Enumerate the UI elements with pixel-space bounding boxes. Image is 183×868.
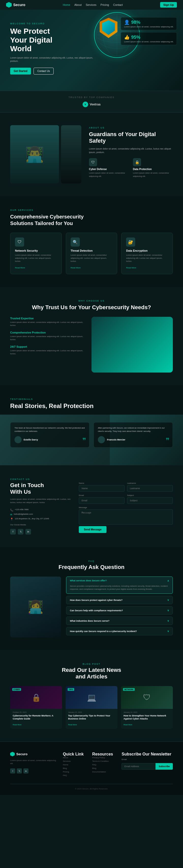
get-started-button[interactable]: Get Started bbox=[10, 68, 31, 74]
name-input[interactable] bbox=[79, 485, 125, 492]
faq-item-0[interactable]: What services does Securo offer? ∧ Secur… bbox=[66, 577, 173, 594]
nav-link-services[interactable]: Services bbox=[86, 3, 96, 6]
faq-item-4[interactable]: How quickly can Securo respond to a cybe… bbox=[66, 627, 173, 636]
blog-tag: BLOG POST bbox=[10, 663, 173, 665]
service-card-encryption[interactable]: 🔐 Data Encryption Lorem ipsum dolor sit … bbox=[121, 232, 173, 274]
nav-link-contact[interactable]: Contact bbox=[113, 3, 123, 6]
email-field: Email bbox=[79, 494, 125, 504]
faq-question-0[interactable]: What services does Securo offer? ∧ bbox=[66, 577, 173, 585]
trusted-logo-veetraa: V Veetraa bbox=[83, 102, 101, 107]
faq-item-2[interactable]: Can Securo help with compliance requirem… bbox=[66, 606, 173, 615]
footer-link-pricing[interactable]: Pricing bbox=[63, 771, 86, 773]
twitter-icon[interactable]: 𝕏 bbox=[18, 529, 23, 534]
testimonials-section: TESTIMONIALS Real Stories, Real Protecti… bbox=[0, 385, 183, 465]
logo-text: Securo bbox=[13, 3, 25, 7]
faq-question-2[interactable]: Can Securo help with compliance requirem… bbox=[66, 607, 173, 614]
footer-resource-faq[interactable]: FAQ bbox=[92, 764, 116, 766]
trust-point-expertise: Trusted Expertise Lorem ipsum dolor sit … bbox=[10, 317, 86, 327]
newsletter-email-input[interactable] bbox=[122, 763, 156, 770]
contact-address: 📍 123 Anywhere St., Any City, ST 12345 bbox=[10, 518, 71, 521]
service-threat-link[interactable]: Read More bbox=[71, 267, 81, 269]
footer-logo-icon bbox=[10, 752, 15, 756]
footer-resource-docs[interactable]: Documentation bbox=[92, 771, 116, 773]
contact-tag: CONTACT US bbox=[10, 478, 173, 480]
person-silhouette: 👨‍💻 bbox=[10, 125, 59, 184]
service-card-network[interactable]: 🛡 Network Security Lorem ipsum dolor sit… bbox=[10, 232, 62, 274]
newsletter-subscribe-button[interactable]: Subscribe bbox=[156, 763, 173, 770]
faq-chevron-4: ∨ bbox=[167, 630, 169, 632]
footer-link-blog[interactable]: Blog bbox=[63, 767, 86, 769]
blog-link-2[interactable]: Read More bbox=[124, 724, 132, 725]
service-threat-title: Threat Detection bbox=[71, 249, 112, 252]
testimonials-headline: Real Stories, Real Protection bbox=[10, 402, 173, 409]
nav-link-about[interactable]: About bbox=[74, 3, 82, 6]
faq-question-4[interactable]: How quickly can Securo respond to a cybe… bbox=[66, 627, 173, 635]
footer-resource-blog[interactable]: Blog bbox=[92, 767, 116, 769]
service-encryption-title: Data Encryption bbox=[126, 249, 168, 252]
footer-resource-terms[interactable]: Terms & Condition bbox=[92, 760, 116, 762]
why-trust-tag: WHY CHOOSE US bbox=[10, 300, 173, 302]
service-network-link[interactable]: Read More bbox=[15, 267, 25, 269]
social-links: f 𝕏 in bbox=[10, 529, 71, 534]
linkedin-icon[interactable]: in bbox=[25, 529, 31, 534]
data-encryption-icon: 🔐 bbox=[126, 238, 135, 247]
message-input[interactable] bbox=[79, 509, 173, 525]
faq-item-3[interactable]: What industries does Securo serve? ∨ bbox=[66, 617, 173, 625]
cyber-defense-icon: 🛡 bbox=[89, 158, 97, 166]
subject-input[interactable] bbox=[127, 497, 173, 504]
signup-button[interactable]: Sign Up bbox=[160, 2, 177, 8]
footer-link-faq[interactable]: FAQ bbox=[63, 774, 86, 776]
email-input[interactable] bbox=[79, 497, 125, 504]
hero-buttons: Get Started Contact Us bbox=[10, 68, 100, 74]
blog-date-0: October 25, 2023 bbox=[13, 711, 59, 713]
quote-mark-1: ❞ bbox=[82, 436, 86, 445]
stat1-number: 98% bbox=[131, 20, 140, 25]
service-card-threat[interactable]: 🔍 Threat Detection Lorem ipsum dolor sit… bbox=[66, 232, 117, 274]
footer-newsletter: Subscribe Our Newsletter Email Subscribe bbox=[122, 752, 173, 778]
about-headline: Guardians of Your Digital Safety bbox=[89, 131, 173, 145]
footer-description: Lorem ipsum dolor sit amet, consectetur … bbox=[10, 759, 57, 766]
send-message-button[interactable]: Send Message bbox=[79, 526, 106, 533]
hero-section: WELCOME TO SECURO We Protect Your Digita… bbox=[0, 10, 183, 91]
about-section: 👨‍💻 ABOUT US Guardians of Your Digital S… bbox=[0, 113, 183, 196]
quote-mark-2: ❞ bbox=[166, 436, 169, 445]
trusted-label: TRUSTED BY TOP COMPANIES bbox=[10, 96, 173, 99]
faq-question-text-3: What industries does Securo serve? bbox=[70, 620, 109, 622]
trust-protection-desc: Lorem ipsum dolor sit amet, consectetur … bbox=[10, 335, 86, 341]
blog-card-0[interactable]: CYBER 🔒 October 25, 2023 Cybersecurity f… bbox=[10, 686, 62, 728]
veetraa-logo-icon: V bbox=[83, 102, 88, 107]
footer-facebook-icon[interactable]: f bbox=[10, 768, 15, 773]
footer-link-about[interactable]: About bbox=[63, 756, 86, 759]
nav-link-pricing[interactable]: Pricing bbox=[100, 3, 109, 6]
feature-cyber-defense: 🛡 Cyber Defense Lorem ipsum dolor sit am… bbox=[89, 158, 129, 182]
footer-twitter-icon[interactable]: 𝕏 bbox=[17, 768, 22, 773]
footer-resource-privacy[interactable]: Privacy Policy bbox=[92, 756, 116, 759]
lastname-input[interactable] bbox=[127, 485, 173, 492]
nav-link-home[interactable]: Home bbox=[63, 3, 70, 6]
faq-chevron-3: ∨ bbox=[167, 619, 169, 622]
footer-link-services[interactable]: Services bbox=[63, 760, 86, 762]
blog-link-0[interactable]: Read More bbox=[13, 724, 22, 725]
hero-description: Lorem ipsum dolor sit amet, consectetur … bbox=[10, 56, 100, 63]
blog-card-1[interactable]: TIPS 💻 January 10, 2023 Top Cybersecurit… bbox=[66, 686, 117, 728]
service-encryption-link[interactable]: Read More bbox=[126, 267, 136, 269]
hero-welcome-tag: WELCOME TO SECURO bbox=[10, 22, 100, 25]
blog-link-1[interactable]: Read More bbox=[68, 724, 77, 725]
testimonial-1: The team at Securo transformed our netwo… bbox=[10, 422, 89, 447]
footer-brand: Securo Lorem ipsum dolor sit amet, conse… bbox=[10, 752, 57, 778]
contact-description: Lorem ipsum dolor sit amet, consectetur … bbox=[10, 498, 71, 504]
lastname-label: Lastname bbox=[127, 482, 173, 484]
testimonial-2-text: After partnering with Securo, we noticed… bbox=[98, 427, 168, 433]
facebook-icon[interactable]: f bbox=[10, 529, 16, 534]
footer-link-home[interactable]: Home bbox=[63, 764, 86, 766]
faq-question-3[interactable]: What industries does Securo serve? ∨ bbox=[66, 617, 173, 625]
blog-card-2[interactable]: NETWORK 🛡 January 10, 2023 How to Streng… bbox=[121, 686, 173, 728]
why-trust-layout: Trusted Expertise Lorem ipsum dolor sit … bbox=[10, 317, 173, 373]
faq-question-1[interactable]: How does Securo protect against cyber th… bbox=[66, 596, 173, 604]
services-tag: OUR SERVICES bbox=[10, 209, 173, 211]
contact-us-button[interactable]: Contact Us bbox=[33, 68, 54, 74]
person-icon: 👨‍💻 bbox=[10, 125, 59, 184]
footer-linkedin-icon[interactable]: in bbox=[23, 768, 28, 773]
footer-quick-links: Quick Link About Services Home Blog Pric… bbox=[63, 752, 86, 778]
faq-item-1[interactable]: How does Securo protect against cyber th… bbox=[66, 596, 173, 604]
